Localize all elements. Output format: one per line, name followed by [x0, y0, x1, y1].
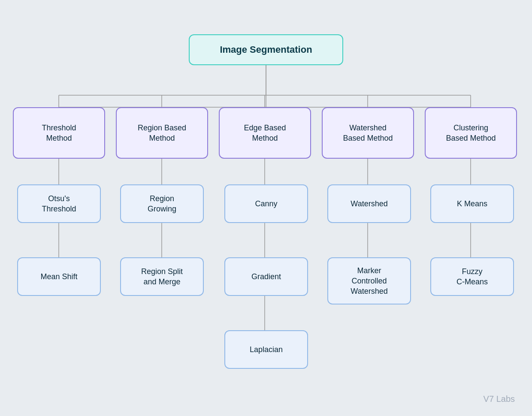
node-threshold: ThresholdMethod: [13, 107, 105, 159]
node-fuzzy: FuzzyC-Means: [430, 257, 514, 296]
node-ws: Watershed: [327, 184, 411, 223]
kmeans-label: K Means: [457, 199, 487, 209]
meanshift-label: Mean Shift: [40, 271, 77, 282]
edge-label: Edge BasedMethod: [244, 123, 286, 144]
node-regiongrowing: RegionGrowing: [120, 184, 204, 223]
node-canny: Canny: [224, 184, 308, 223]
fuzzy-label: FuzzyC-Means: [456, 266, 488, 287]
node-mcw: MarkerControlledWatershed: [327, 257, 411, 304]
node-region: Region BasedMethod: [116, 107, 208, 159]
node-edge: Edge BasedMethod: [219, 107, 311, 159]
root-label: Image Segmentation: [220, 43, 312, 56]
root-node: Image Segmentation: [189, 34, 343, 65]
gradient-label: Gradient: [251, 271, 281, 282]
node-meanshift: Mean Shift: [17, 257, 101, 296]
mcw-label: MarkerControlledWatershed: [351, 265, 387, 297]
otsu-label: Otsu'sThreshold: [42, 193, 76, 214]
threshold-label: ThresholdMethod: [42, 123, 76, 144]
node-watershed: WatershedBased Method: [322, 107, 414, 159]
diagram-container: Image Segmentation ThresholdMethod Regio…: [0, 0, 532, 416]
node-laplacian: Laplacian: [224, 330, 308, 369]
ws-label: Watershed: [351, 199, 387, 209]
watermark: V7 Labs: [484, 394, 515, 404]
regionsplit-label: Region Splitand Merge: [141, 266, 183, 287]
region-label: Region BasedMethod: [138, 123, 186, 144]
clustering-label: ClusteringBased Method: [446, 123, 496, 144]
node-clustering: ClusteringBased Method: [425, 107, 517, 159]
node-gradient: Gradient: [224, 257, 308, 296]
node-kmeans: K Means: [430, 184, 514, 223]
node-otsu: Otsu'sThreshold: [17, 184, 101, 223]
watershed-label: WatershedBased Method: [343, 123, 393, 144]
regiongrowing-label: RegionGrowing: [148, 193, 176, 214]
node-regionsplit: Region Splitand Merge: [120, 257, 204, 296]
canny-label: Canny: [255, 199, 277, 209]
laplacian-label: Laplacian: [250, 344, 283, 355]
